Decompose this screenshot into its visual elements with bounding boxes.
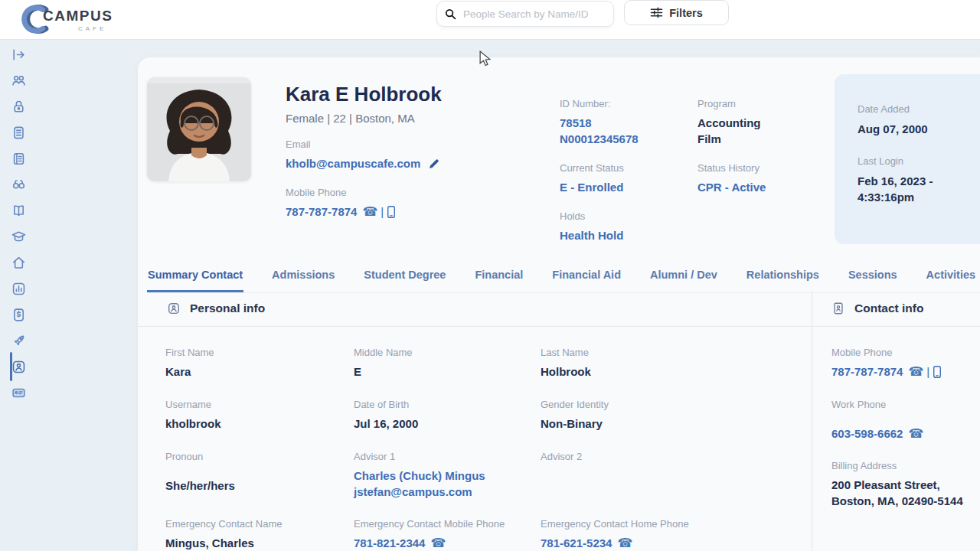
field-value-link[interactable]: Health Hold (560, 227, 697, 243)
field-value-link[interactable]: 603-598-6662☎ (831, 425, 980, 442)
field-value-link[interactable]: 781-821-2344☎ (354, 535, 541, 551)
sidebar-item-lock[interactable] (0, 93, 37, 119)
sidebar-item-notes[interactable] (0, 119, 37, 145)
sidebar-item-binoculars[interactable] (0, 171, 37, 197)
field-label: Holds (560, 210, 697, 222)
field-value-link[interactable]: CPR - Active (697, 179, 831, 195)
campus-cafe-logo[interactable]: CAMPUS CAFE (21, 2, 113, 36)
chart-icon (11, 281, 27, 297)
sidebar-item-person-card[interactable] (0, 354, 37, 380)
field-label: Emergency Contact Home Phone (541, 518, 812, 530)
field-billing-address: Billing Address200 Pleasant Street,Bosto… (831, 460, 980, 509)
tab-student-degree[interactable]: Student Degree (363, 262, 446, 292)
field-value: She/her/hers (165, 478, 354, 494)
search-input[interactable] (462, 8, 606, 21)
meta-label: Date Added (858, 103, 972, 115)
contact-info-section: Contact info Mobile Phone787-787-7874☎|W… (812, 291, 980, 527)
top-header: CAMPUS CAFE Filters (0, 0, 980, 40)
field-status-history: Status HistoryCPR - Active (697, 162, 831, 195)
field-value-link[interactable]: Charles (Chuck) Mingus (354, 468, 541, 484)
tab-relationships[interactable]: Relationships (746, 262, 820, 292)
ledger-icon (11, 151, 27, 167)
field-label: Last Name (541, 347, 812, 358)
field-value: kholbrook (165, 416, 354, 432)
student-name: Kara E Holbrook (286, 83, 442, 106)
field-value-link[interactable]: 787-787-7874☎| (286, 204, 477, 220)
phone-icon[interactable]: ☎ (430, 537, 446, 549)
filters-button[interactable]: Filters (624, 0, 729, 25)
graduation-cap-icon (11, 229, 27, 245)
mobile-phone-icon[interactable] (387, 205, 396, 219)
id-card-icon (11, 385, 27, 401)
field-value: 200 Pleasant Street, (831, 477, 980, 493)
tab-financial[interactable]: Financial (474, 262, 524, 292)
binoculars-icon (11, 177, 27, 193)
personal-info-title: Personal info (190, 302, 265, 315)
field-pronoun: PronounShe/her/hers (165, 451, 354, 500)
field-middle-name: Middle NameE (354, 347, 541, 380)
sidebar-item-id-card[interactable] (0, 380, 37, 406)
field-gender-identity: Gender IdentityNon-Binary (541, 399, 812, 432)
sidebar-item-expand-sidebar[interactable] (0, 41, 37, 67)
sidebar-item-home[interactable] (0, 249, 37, 276)
filters-label: Filters (669, 7, 703, 19)
field-label: Advisor 2 (541, 451, 812, 462)
tab-alumni-dev[interactable]: Alumni / Dev (649, 262, 718, 292)
sidebar-item-rocket[interactable] (0, 328, 37, 354)
field-label: Billing Address (831, 460, 980, 471)
sidebar-item-ledger[interactable] (0, 145, 37, 171)
sidebar-item-graduation-cap[interactable] (0, 223, 37, 249)
sidebar-item-chart[interactable] (0, 276, 37, 302)
left-sidebar (0, 40, 37, 551)
field-value-link[interactable]: 787-787-7874☎| (831, 364, 980, 380)
field-mobile-phone: Mobile Phone787-787-7874☎| (286, 187, 477, 220)
field-value-link[interactable]: E - Enrolled (560, 179, 697, 195)
field-label: First Name (165, 347, 354, 358)
field-label: Gender Identity (541, 399, 812, 410)
field-label: Username (165, 399, 354, 410)
phone-icon[interactable]: ☎ (908, 366, 923, 378)
field-value-link[interactable]: 781-621-5234☎ (541, 535, 812, 551)
phone-icon[interactable]: ☎ (617, 537, 632, 549)
phone-icon[interactable]: ☎ (362, 206, 377, 218)
field-value-link[interactable]: kholb@campuscafe.com (286, 155, 477, 171)
field-label: Advisor 1 (354, 451, 541, 462)
field-emergency-contact-name: Emergency Contact NameMingus, Charles (165, 518, 354, 551)
field-value-link[interactable]: N00012345678 (560, 131, 697, 147)
student-demographics: Female | 22 | Boston, MA (286, 112, 415, 125)
tab-admissions[interactable]: Admissions (271, 262, 335, 292)
open-book-icon (11, 203, 27, 219)
people-search[interactable] (436, 1, 614, 27)
filters-icon (650, 7, 663, 18)
meta-date-added: Date AddedAug 07, 2000 (858, 103, 972, 137)
field-label: Middle Name (354, 347, 541, 358)
field-value: Boston, MA, 02490-5144 (831, 493, 980, 509)
billing-icon (11, 307, 27, 323)
sidebar-item-open-book[interactable] (0, 197, 37, 223)
notes-icon (11, 125, 27, 141)
people-icon (11, 73, 27, 89)
tab-summary-contact[interactable]: Summary Contact (147, 262, 243, 292)
field-value: Jul 16, 2000 (354, 416, 541, 432)
tab-activities[interactable]: Activities (926, 262, 976, 292)
sidebar-item-people[interactable] (0, 67, 37, 93)
tab-sessions[interactable]: Sessions (848, 262, 898, 292)
field-value: Non-Binary (541, 416, 812, 432)
tab-financial-aid[interactable]: Financial Aid (551, 262, 622, 292)
field-label: Program (697, 98, 831, 109)
brand-sub: CAFE (78, 25, 113, 32)
meta-last-login: Last LoginFeb 16, 2023 - 4:33:16pm (858, 155, 972, 205)
meta-value: Aug 07, 2000 (858, 121, 972, 137)
phone-icon[interactable]: ☎ (908, 428, 923, 440)
sidebar-item-billing[interactable] (0, 302, 37, 328)
field-value-link[interactable]: jstefan@campus.com (354, 484, 541, 500)
field-value-link[interactable]: 78518 (560, 115, 697, 131)
edit-icon[interactable] (428, 158, 440, 170)
field-value: Film (697, 131, 831, 147)
student-profile-card: Kara E Holbrook Female | 22 | Boston, MA… (138, 57, 980, 551)
mobile-phone-icon[interactable] (933, 365, 942, 379)
brand-name: CAMPUS (43, 8, 113, 24)
home-icon (11, 255, 27, 271)
field-label: Emergency Contact Mobile Phone (354, 518, 541, 530)
field-label: Status History (697, 162, 831, 174)
